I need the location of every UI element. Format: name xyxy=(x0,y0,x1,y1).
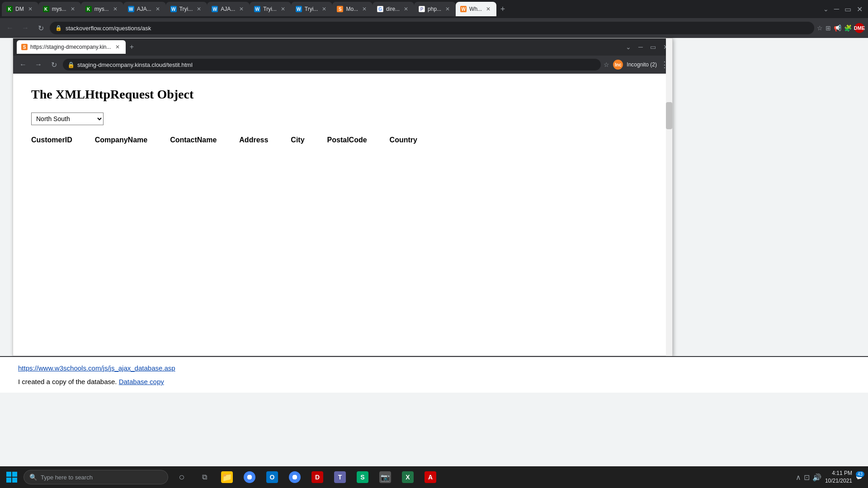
tab-dir[interactable]: G dire... ✕ xyxy=(373,2,414,16)
favicon-try3: W xyxy=(296,6,302,12)
clock[interactable]: 4:11 PM 10/21/2021 xyxy=(825,469,852,485)
s5-button[interactable]: S xyxy=(353,466,373,488)
database-copy-link[interactable]: Database copy xyxy=(119,378,164,385)
dme-button[interactable]: D xyxy=(307,466,327,488)
excel-icon: X xyxy=(402,471,414,483)
teams-button[interactable]: T xyxy=(330,466,350,488)
network-icon[interactable]: ⊡ xyxy=(804,473,810,482)
inner-address-input[interactable]: 🔒 staging-dmecompany.kinsta.cloud/testit… xyxy=(63,59,601,70)
tab-wh[interactable]: W Wh... ✕ xyxy=(456,2,496,16)
tab-aja2[interactable]: W AJA... ✕ xyxy=(207,2,250,16)
restore-button[interactable]: ▭ xyxy=(844,5,851,14)
taskbar-right: ∧ ⊡ 🔊 4:11 PM 10/21/2021 💬 43 xyxy=(796,469,868,485)
address-input[interactable]: 🔒 stackoverflow.com/questions/ask xyxy=(50,22,814,34)
close-button[interactable]: ✕ xyxy=(857,5,863,14)
tab-aja1-close[interactable]: ✕ xyxy=(154,5,161,13)
inner-restore-button[interactable]: ▭ xyxy=(650,43,656,51)
inner-address-text: staging-dmecompany.kinsta.cloud/testit.h… xyxy=(77,61,193,68)
start-button[interactable] xyxy=(0,466,24,488)
favicon-aja1: W xyxy=(128,6,134,12)
back-button[interactable]: ← xyxy=(4,22,16,34)
tab-dm[interactable]: K DM ✕ xyxy=(2,2,38,16)
inner-incognito-label: Incognito (2) xyxy=(627,61,657,68)
favicon-dir: G xyxy=(377,6,383,12)
forward-button[interactable]: → xyxy=(19,22,32,34)
favicon-try2: W xyxy=(254,6,260,12)
tab-php-close[interactable]: ✕ xyxy=(444,5,451,13)
avatar-icon[interactable]: DME xyxy=(854,23,864,33)
tab-mo-close[interactable]: ✕ xyxy=(361,5,368,13)
extensions-icon[interactable]: 🧩 xyxy=(844,24,852,32)
camera-button[interactable]: 📷 xyxy=(375,466,395,488)
inner-avatar[interactable]: Inc xyxy=(613,60,623,70)
inner-address-row: ← → ↻ 🔒 staging-dmecompany.kinsta.cloud/… xyxy=(13,56,672,74)
bottom-content: https://www.w3schools.com/js/js_ajax_dat… xyxy=(0,356,868,393)
north-south-dropdown[interactable]: North South East West Other xyxy=(31,113,104,125)
link-line: https://www.w3schools.com/js/js_ajax_dat… xyxy=(18,364,850,372)
outlook-button[interactable]: O xyxy=(262,466,282,488)
favicon-mys2: K xyxy=(85,6,92,12)
tab-dir-label: dire... xyxy=(386,6,400,12)
w3schools-link[interactable]: https://www.w3schools.com/js/js_ajax_dat… xyxy=(18,364,175,372)
new-tab-button[interactable]: + xyxy=(496,3,509,15)
header-companyname: CompanyName xyxy=(81,136,156,144)
tab-aja1[interactable]: W AJA... ✕ xyxy=(123,2,166,16)
inner-tab-close[interactable]: ✕ xyxy=(114,43,121,51)
chevron-up-icon[interactable]: ∧ xyxy=(796,473,801,482)
volume-icon[interactable]: 🔊 xyxy=(812,473,821,482)
tab-try3-close[interactable]: ✕ xyxy=(321,5,328,13)
chrome2-button[interactable] xyxy=(285,466,305,488)
chrome-button[interactable] xyxy=(240,466,259,488)
inner-minimize-button[interactable]: ─ xyxy=(638,43,643,51)
text-line: I created a copy of the database. Databa… xyxy=(18,378,850,385)
megaphone-icon[interactable]: 📢 xyxy=(834,24,841,32)
inner-tab-active[interactable]: S https://staging-dmecompany.kin... ✕ xyxy=(17,40,126,54)
scrollbar[interactable] xyxy=(666,38,672,357)
task-view-button[interactable]: ⧉ xyxy=(194,466,214,488)
tab-try1[interactable]: W Tryi... ✕ xyxy=(166,2,208,16)
reload-button[interactable]: ↻ xyxy=(34,22,47,34)
tab-list-icon[interactable]: ⌄ xyxy=(823,5,829,13)
minimize-button[interactable]: ─ xyxy=(834,5,839,13)
header-address: Address xyxy=(226,136,277,144)
tab-dir-close[interactable]: ✕ xyxy=(402,5,410,13)
tab-mo[interactable]: S Mo... ✕ xyxy=(332,2,373,16)
header-country: Country xyxy=(376,136,426,144)
cortana-icon: ○ xyxy=(179,471,184,483)
tab-dm-close[interactable]: ✕ xyxy=(27,5,34,13)
tab-mys2[interactable]: K mys... ✕ xyxy=(81,2,123,16)
inner-tab-list-icon[interactable]: ⌄ xyxy=(626,43,631,51)
tab-mo-label: Mo... xyxy=(346,6,358,12)
inner-new-tab-button[interactable]: + xyxy=(127,42,137,52)
grid-icon[interactable]: ⊞ xyxy=(826,24,831,32)
header-city: City xyxy=(277,136,313,144)
star-icon[interactable]: ☆ xyxy=(817,24,823,32)
address-bar-row: ← → ↻ 🔒 stackoverflow.com/questions/ask … xyxy=(0,18,868,38)
inner-star-icon[interactable]: ☆ xyxy=(604,61,609,68)
inner-tab-bar: S https://staging-dmecompany.kin... ✕ + … xyxy=(13,38,672,56)
notification-center[interactable]: 💬 43 xyxy=(856,474,863,480)
tab-try2[interactable]: W Tryi... ✕ xyxy=(250,2,291,16)
tab-aja2-close[interactable]: ✕ xyxy=(238,5,245,13)
tab-mys1[interactable]: K mys... ✕ xyxy=(38,2,81,16)
tab-wh-close[interactable]: ✕ xyxy=(485,5,492,13)
teams-icon: T xyxy=(334,471,346,483)
file-explorer-button[interactable]: 📁 xyxy=(217,466,237,488)
inner-back-button[interactable]: ← xyxy=(17,58,29,71)
inner-forward-button[interactable]: → xyxy=(32,58,45,71)
excel-button[interactable]: X xyxy=(398,466,418,488)
inner-reload-button[interactable]: ↻ xyxy=(47,58,60,71)
acrobat-button[interactable]: A xyxy=(420,466,440,488)
tab-mys1-close[interactable]: ✕ xyxy=(69,5,76,13)
tab-php[interactable]: P php... ✕ xyxy=(414,2,456,16)
tab-try3[interactable]: W Tryi... ✕ xyxy=(291,2,333,16)
tab-try2-close[interactable]: ✕ xyxy=(279,5,287,13)
favicon-php: P xyxy=(419,6,425,12)
tab-try1-close[interactable]: ✕ xyxy=(195,5,203,13)
address-right-controls: ☆ ⊞ 📢 🧩 DME xyxy=(817,23,864,33)
scrollbar-thumb[interactable] xyxy=(666,102,672,129)
outer-browser: K DM ✕ K mys... ✕ K mys... ✕ W AJA... ✕ … xyxy=(0,0,868,488)
cortana-button[interactable]: ○ xyxy=(172,466,192,488)
taskbar-search-bar[interactable]: 🔍 Type here to search xyxy=(24,470,168,484)
tab-mys2-close[interactable]: ✕ xyxy=(112,5,119,13)
